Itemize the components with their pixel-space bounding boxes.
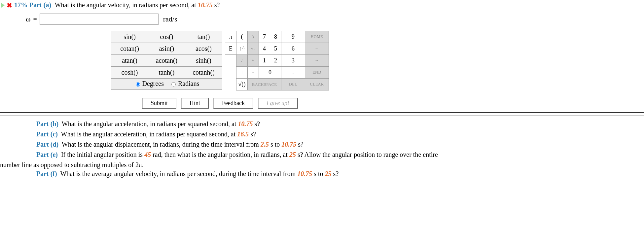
part-c-line: Part (c) What is the angular acceleratio…: [36, 129, 644, 139]
mode-degrees-radio[interactable]: [136, 82, 140, 87]
fn-tanh[interactable]: tanh(): [148, 67, 185, 79]
key-dot[interactable]: .: [281, 67, 305, 79]
key-caret-down[interactable]: ^↓: [248, 43, 259, 55]
key-left[interactable]: ←: [305, 43, 329, 55]
answer-input[interactable]: [40, 14, 159, 25]
lower-box: [0, 113, 644, 116]
key-slash[interactable]: /: [236, 55, 248, 67]
part-b-line: Part (b) What is the angular acceleratio…: [36, 119, 644, 129]
part-a-label: Part (a): [29, 1, 51, 9]
key-star[interactable]: *: [248, 55, 259, 67]
mode-radians[interactable]: Radians: [170, 80, 199, 88]
key-5[interactable]: 5: [270, 43, 281, 55]
spacer: [225, 55, 236, 67]
fn-asin[interactable]: asin(): [148, 43, 185, 55]
equals-sign: =: [33, 16, 37, 23]
key-backspace[interactable]: BACKSPACE: [248, 79, 281, 90]
mode-degrees[interactable]: Degrees: [134, 80, 164, 88]
key-end[interactable]: END: [305, 67, 329, 79]
fn-acotan[interactable]: acotan(): [148, 55, 185, 67]
key-1[interactable]: 1: [259, 55, 270, 67]
numeric-keypad: π ( ) 7 8 9 HOME E ↑^ ^↓ 4 5 6 ← / *: [225, 31, 329, 90]
part-f-line: Part (f) What is the average angular vel…: [36, 169, 644, 179]
incorrect-x-icon: ✖: [7, 2, 12, 9]
part-a-question: What is the angular velocity, in radians…: [53, 1, 220, 9]
answer-unit: rad/s: [163, 15, 177, 23]
key-pi[interactable]: π: [225, 31, 236, 43]
other-parts: Part (b) What is the angular acceleratio…: [0, 118, 644, 161]
key-9[interactable]: 9: [281, 31, 305, 43]
key-clear[interactable]: CLEAR: [305, 79, 329, 90]
angle-mode-row: Degrees Radians: [111, 79, 222, 90]
spacer: [225, 79, 236, 90]
fn-cotanh[interactable]: cotanh(): [185, 67, 222, 79]
feedback-button[interactable]: Feedback: [213, 98, 253, 109]
function-table: sin() cos() tan() cotan() asin() acos() …: [111, 31, 222, 90]
spacer: [225, 67, 236, 79]
fn-sin[interactable]: sin(): [111, 31, 148, 43]
key-2[interactable]: 2: [270, 55, 281, 67]
fn-cotan[interactable]: cotan(): [111, 43, 148, 55]
action-row: Submit Hint Feedback I give up!: [142, 98, 644, 109]
part-a-header: ✖ 17% Part (a) What is the angular veloc…: [0, 0, 644, 9]
key-del[interactable]: DEL: [281, 79, 305, 90]
fn-tan[interactable]: tan(): [185, 31, 222, 43]
key-caret-up[interactable]: ↑^: [236, 43, 248, 55]
key-e[interactable]: E: [225, 43, 236, 55]
key-8[interactable]: 8: [270, 31, 281, 43]
giveup-button[interactable]: I give up!: [258, 98, 298, 109]
key-plus[interactable]: +: [236, 67, 248, 79]
key-0[interactable]: 0: [259, 67, 281, 79]
part-a-time: 10.75: [198, 1, 213, 9]
omega-symbol: ω: [26, 15, 30, 23]
key-6[interactable]: 6: [281, 43, 305, 55]
keypad-area: sin() cos() tan() cotan() asin() acos() …: [111, 31, 644, 90]
part-e-continuation: number line as opposed to subtracting mu…: [0, 161, 644, 169]
other-parts-2: Part (f) What is the average angular vel…: [0, 169, 644, 180]
answer-row: ω = rad/s: [26, 14, 644, 25]
hint-button[interactable]: Hint: [181, 98, 209, 109]
fn-cos[interactable]: cos(): [148, 31, 185, 43]
part-d-line: Part (d) What is the angular displacemen…: [36, 139, 644, 150]
key-right[interactable]: →: [305, 55, 329, 67]
part-a-percent: 17%: [14, 1, 27, 9]
mode-radians-radio[interactable]: [171, 82, 176, 87]
key-home[interactable]: HOME: [305, 31, 329, 43]
key-minus[interactable]: -: [248, 67, 259, 79]
fn-cosh[interactable]: cosh(): [111, 67, 148, 79]
key-rparen[interactable]: ): [248, 31, 259, 43]
key-lparen[interactable]: (: [236, 31, 248, 43]
part-e-line: Part (e) If the initial angular position…: [36, 150, 644, 160]
key-7[interactable]: 7: [259, 31, 270, 43]
fn-acos[interactable]: acos(): [185, 43, 222, 55]
key-4[interactable]: 4: [259, 43, 270, 55]
fn-atan[interactable]: atan(): [111, 55, 148, 67]
key-3[interactable]: 3: [281, 55, 305, 67]
key-sqrt[interactable]: √(): [236, 79, 248, 90]
submit-button[interactable]: Submit: [142, 98, 176, 109]
fn-sinh[interactable]: sinh(): [185, 55, 222, 67]
expand-triangle-icon[interactable]: [1, 3, 5, 8]
